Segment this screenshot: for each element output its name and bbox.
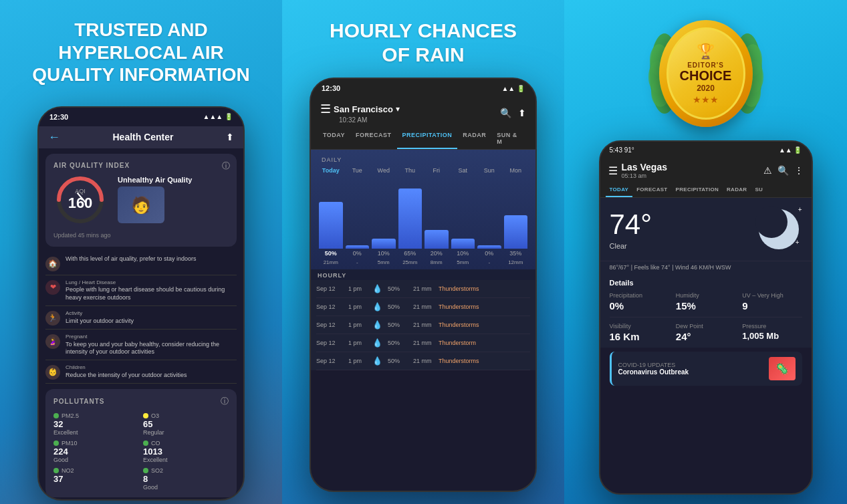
hourly-time: 1 pm	[348, 285, 367, 292]
phone2-header: ☰ San Francisco ▾ 10:32 AM 🔍 ⬆	[311, 98, 535, 128]
pct-wed: 10%	[372, 250, 396, 257]
hourly-type: Thunderstorms	[439, 285, 530, 292]
covid-thumbnail: 🦠	[769, 357, 796, 380]
hourly-mm: 21 mm	[413, 358, 433, 364]
health-icon-1: 🏠	[45, 257, 60, 271]
pollutant-name: CO	[151, 440, 160, 447]
tab-precipitation[interactable]: PRECIPITATION	[672, 183, 723, 197]
hourly-mm: 21 mm	[413, 340, 433, 346]
pollutants-section: POLLUTANTS ⓘ PM2.5 32 Excellent O3	[45, 389, 237, 497]
covid-banner[interactable]: COVID-19 UPDATES Coronavirus Outbreak 🦠	[610, 352, 802, 386]
pollutant-pm10: PM10 224 Good	[53, 440, 139, 463]
pollutant-value: 37	[53, 474, 139, 484]
aqi-gauge-circle: AQI 160	[53, 173, 107, 227]
list-item: 🤰 Pregnant To keep you and your baby hea…	[45, 330, 237, 360]
panel-rain: HOURLY CHANCESOF RAIN 12:30 ▲▲ 🔋 ☰ San F…	[282, 0, 564, 504]
tab-precipitation[interactable]: PRECIPITATION	[397, 128, 458, 149]
detail-uv: UV – Very High 9	[742, 292, 802, 311]
list-item: Sep 12 1 pm 💧 50% 21 mm Thunderstorms	[316, 298, 530, 316]
pollutant-name: O3	[151, 412, 159, 419]
day-wed: Wed	[372, 167, 396, 174]
tab-sun[interactable]: SUN & M	[491, 128, 529, 149]
covid-label: COVID-19 UPDATES	[618, 362, 762, 368]
phone1-header-title: Health Center	[112, 132, 173, 142]
details-title: Details	[610, 279, 802, 287]
detail-label: Pressure	[742, 323, 802, 330]
alert-icon[interactable]: ⚠	[763, 165, 772, 176]
mm-sun: -	[477, 259, 501, 265]
day-today: Today	[319, 167, 343, 174]
pollutant-value: 224	[53, 447, 139, 457]
detail-label: UV – Very High	[742, 292, 802, 299]
badge-circle-inner: 🏆 EDITOR'S CHOICE 2020 ★★★	[667, 27, 745, 120]
health-icon-3: 🏃	[45, 311, 60, 326]
pollutant-value: 65	[143, 419, 229, 429]
aqi-label: AIR QUALITY INDEX	[53, 162, 229, 169]
menu-icon[interactable]: ☰	[320, 102, 331, 116]
percent-row: 50% 0% 10% 65% 20% 10% 0% 35%	[316, 249, 530, 258]
phone3-tabs: TODAY FORECAST PRECIPITATION RADAR SU	[600, 183, 812, 198]
more-icon[interactable]: ⋮	[794, 165, 804, 176]
pollutant-status: Good	[143, 484, 229, 491]
health-text-3: Activity Limit your outdoor activity	[66, 309, 134, 325]
mm-tue: -	[346, 259, 370, 265]
pollutant-value: 1013	[143, 447, 229, 457]
back-icon[interactable]: ←	[48, 130, 60, 144]
panel-editors-choice: 🏆 EDITOR'S CHOICE 2020 ★★★ 5:43 91° ▲▲ 🔋…	[564, 0, 847, 504]
share-icon[interactable]: ⬆	[226, 132, 234, 142]
pct-sun: 0%	[477, 250, 501, 257]
pollutant-name: SO2	[151, 467, 163, 474]
share-icon[interactable]: ⬆	[518, 108, 526, 118]
phone2: 12:30 ▲▲ 🔋 ☰ San Francisco ▾ 10:32 AM 🔍 …	[310, 78, 537, 492]
detail-value: 1,005 Mb	[742, 331, 802, 341]
tab-radar[interactable]: RADAR	[723, 183, 751, 197]
detail-value: 24°	[676, 331, 735, 342]
search-icon[interactable]: 🔍	[777, 165, 789, 176]
day-fri: Fri	[425, 167, 449, 174]
phone2-city: San Francisco	[334, 104, 393, 114]
tab-forecast[interactable]: FORECAST	[632, 183, 671, 197]
phone3-status: ▲▲ 🔋	[779, 146, 802, 154]
badge-year: 2020	[697, 84, 715, 93]
daily-section-label: DAILY	[316, 154, 530, 166]
phone2-time: 12:30	[322, 84, 340, 92]
details-grid-row2: Visibility 16 Km Dew Point 24° Pressure …	[610, 323, 802, 342]
badge-editors-text: EDITOR'S	[687, 61, 724, 69]
hourly-type: Thunderstorms	[439, 358, 530, 364]
hourly-time: 1 pm	[348, 303, 367, 310]
pollutant-dot	[53, 468, 59, 473]
tab-su[interactable]: SU	[751, 183, 767, 197]
health-text-2: Lung / Heart Disease People with lung or…	[66, 279, 237, 302]
health-text-5: Children Reduce the intensity of your ou…	[66, 364, 187, 379]
phone2-time-sub: 10:32 AM	[320, 116, 400, 124]
pollutant-status: Excellent	[143, 457, 229, 463]
tab-today[interactable]: TODAY	[606, 183, 633, 197]
tab-forecast[interactable]: FORECAST	[350, 128, 397, 149]
detail-label: Humidity	[676, 292, 735, 299]
temperature-display: 74°	[610, 209, 652, 241]
pollutant-status: Regular	[143, 429, 229, 436]
phone1: 12:30 ▲▲▲ 🔋 ← Health Center ⬆ AIR QUALIT…	[37, 106, 245, 501]
phone3-time: 5:43 91°	[610, 146, 634, 154]
health-list: 🏠 With this level of air quality, prefer…	[39, 252, 243, 384]
health-icon-4: 🤰	[45, 334, 60, 349]
pollutants-info-icon[interactable]: ⓘ	[221, 396, 229, 407]
details-section: Details Precipitation 0% Humidity 15% UV…	[600, 273, 812, 348]
detail-visibility: Visibility 16 Km	[610, 323, 669, 342]
phone2-status-icons: ▲▲ 🔋	[501, 85, 525, 92]
aqi-value: 160	[68, 195, 93, 212]
rain-drop-icon: 💧	[372, 302, 382, 311]
hourly-time: 1 pm	[348, 322, 367, 328]
menu-icon[interactable]: ☰	[608, 164, 618, 177]
pollutant-name: PM10	[62, 440, 78, 447]
list-item: Sep 12 1 pm 💧 50% 21 mm Thunderstorms	[316, 280, 530, 298]
list-item: 🏃 Activity Limit your outdoor activity	[45, 306, 237, 330]
panel2-title: HOURLY CHANCESOF RAIN	[310, 0, 537, 78]
hourly-date: Sep 12	[316, 340, 343, 346]
search-icon[interactable]: 🔍	[500, 108, 511, 118]
panel1-title: TRUSTED AND HYPERLOCAL AIR QUALITY INFOR…	[0, 0, 282, 100]
phone2-tabs: TODAY FORECAST PRECIPITATION RADAR SUN &…	[311, 128, 535, 150]
tab-today[interactable]: TODAY	[318, 128, 350, 149]
info-icon[interactable]: ⓘ	[222, 160, 230, 172]
tab-radar[interactable]: RADAR	[457, 128, 491, 149]
